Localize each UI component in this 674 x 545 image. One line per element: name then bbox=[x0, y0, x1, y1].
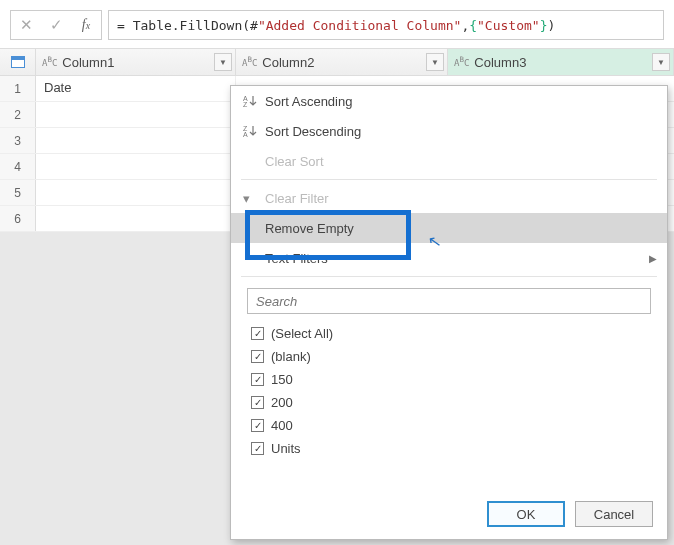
row-number[interactable]: 2 bbox=[0, 102, 36, 127]
confirm-formula-button[interactable]: ✓ bbox=[41, 11, 71, 39]
filter-values-list: ✓ (Select All) ✓ (blank) ✓ 150 ✓ 200 ✓ 4… bbox=[247, 322, 651, 460]
filter-value-item[interactable]: ✓ 400 bbox=[247, 414, 651, 437]
menu-label: Remove Empty bbox=[265, 221, 354, 236]
menu-label: Clear Sort bbox=[265, 154, 324, 169]
formula-controls: ✕ ✓ fx bbox=[10, 10, 102, 40]
menu-label: Sort Descending bbox=[265, 124, 361, 139]
filter-value-label: Units bbox=[271, 441, 301, 456]
cancel-button[interactable]: Cancel bbox=[575, 501, 653, 527]
filter-value-item[interactable]: ✓ (Select All) bbox=[247, 322, 651, 345]
column-label: Column2 bbox=[262, 55, 314, 70]
menu-separator bbox=[241, 276, 657, 277]
filter-value-item[interactable]: ✓ 200 bbox=[247, 391, 651, 414]
type-icon: ABC bbox=[42, 56, 57, 68]
menu-sort-ascending[interactable]: AZ Sort Ascending bbox=[231, 86, 667, 116]
cell[interactable]: Date bbox=[36, 76, 236, 101]
checkbox-icon[interactable]: ✓ bbox=[251, 373, 264, 386]
column-header-row: ABC Column1 ▼ ABC Column2 ▼ ABC Column3 … bbox=[0, 48, 674, 76]
formula-bar[interactable]: = Table.FillDown(#"Added Conditional Col… bbox=[108, 10, 664, 40]
cell[interactable] bbox=[36, 206, 236, 231]
filter-search-input[interactable] bbox=[247, 288, 651, 314]
column-header-column1[interactable]: ABC Column1 ▼ bbox=[36, 49, 236, 75]
ok-button[interactable]: OK bbox=[487, 501, 565, 527]
type-icon: ABC bbox=[454, 56, 469, 68]
checkbox-icon[interactable]: ✓ bbox=[251, 327, 264, 340]
sort-asc-icon: AZ bbox=[243, 94, 265, 108]
filter-value-item[interactable]: ✓ (blank) bbox=[247, 345, 651, 368]
column-filter-dropdown[interactable]: ▼ bbox=[214, 53, 232, 71]
row-number[interactable]: 6 bbox=[0, 206, 36, 231]
filter-icon: ▾ bbox=[243, 191, 265, 206]
column-filter-menu: AZ Sort Ascending ZA Sort Descending Cle… bbox=[230, 85, 668, 540]
filter-value-label: 400 bbox=[271, 418, 293, 433]
menu-separator bbox=[241, 179, 657, 180]
sort-desc-icon: ZA bbox=[243, 124, 265, 138]
svg-text:Z: Z bbox=[243, 101, 248, 108]
cancel-formula-button[interactable]: ✕ bbox=[11, 11, 41, 39]
fx-icon: fx bbox=[71, 11, 101, 39]
table-icon bbox=[11, 56, 25, 68]
row-number[interactable]: 4 bbox=[0, 154, 36, 179]
row-number[interactable]: 5 bbox=[0, 180, 36, 205]
cell[interactable] bbox=[36, 128, 236, 153]
cell[interactable] bbox=[36, 154, 236, 179]
type-icon: ABC bbox=[242, 56, 257, 68]
cell[interactable] bbox=[36, 102, 236, 127]
menu-sort-descending[interactable]: ZA Sort Descending bbox=[231, 116, 667, 146]
column-header-column3[interactable]: ABC Column3 ▼ bbox=[448, 49, 674, 75]
menu-remove-empty[interactable]: Remove Empty bbox=[231, 213, 667, 243]
menu-text-filters[interactable]: Text Filters ▶ bbox=[231, 243, 667, 273]
filter-value-item[interactable]: ✓ Units bbox=[247, 437, 651, 460]
table-corner[interactable] bbox=[0, 49, 36, 75]
column-filter-dropdown[interactable]: ▼ bbox=[652, 53, 670, 71]
filter-value-label: 200 bbox=[271, 395, 293, 410]
filter-value-label: 150 bbox=[271, 372, 293, 387]
column-label: Column3 bbox=[474, 55, 526, 70]
menu-clear-filter: ▾ Clear Filter bbox=[231, 183, 667, 213]
column-label: Column1 bbox=[62, 55, 114, 70]
checkbox-icon[interactable]: ✓ bbox=[251, 419, 264, 432]
checkbox-icon[interactable]: ✓ bbox=[251, 442, 264, 455]
formula-text: = Table.FillDown(#"Added Conditional Col… bbox=[117, 18, 555, 33]
svg-text:A: A bbox=[243, 131, 248, 138]
row-number[interactable]: 3 bbox=[0, 128, 36, 153]
filter-value-label: (blank) bbox=[271, 349, 311, 364]
filter-value-item[interactable]: ✓ 150 bbox=[247, 368, 651, 391]
menu-label: Sort Ascending bbox=[265, 94, 352, 109]
filter-value-label: (Select All) bbox=[271, 326, 333, 341]
menu-label: Clear Filter bbox=[265, 191, 329, 206]
menu-clear-sort: Clear Sort bbox=[231, 146, 667, 176]
row-number[interactable]: 1 bbox=[0, 76, 36, 101]
menu-label: Text Filters bbox=[265, 251, 328, 266]
checkbox-icon[interactable]: ✓ bbox=[251, 396, 264, 409]
column-header-column2[interactable]: ABC Column2 ▼ bbox=[236, 49, 448, 75]
column-filter-dropdown[interactable]: ▼ bbox=[426, 53, 444, 71]
checkbox-icon[interactable]: ✓ bbox=[251, 350, 264, 363]
submenu-arrow-icon: ▶ bbox=[649, 253, 657, 264]
cell[interactable] bbox=[36, 180, 236, 205]
